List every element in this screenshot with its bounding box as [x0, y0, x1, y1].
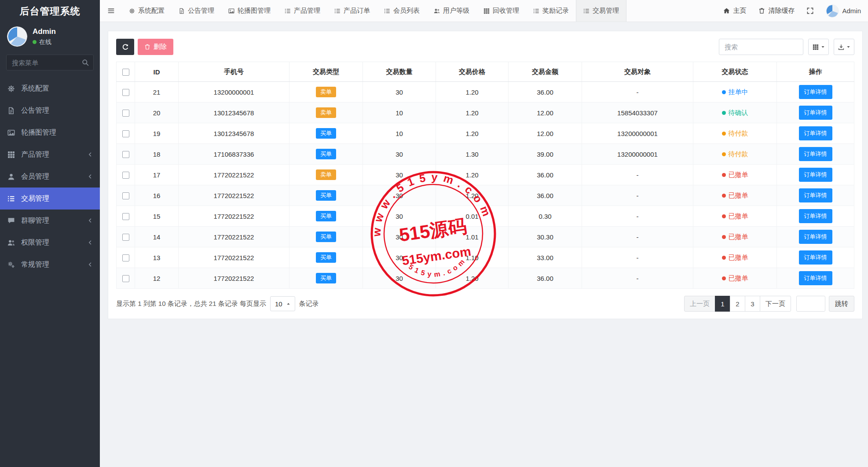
clear-cache-button[interactable]: 清除缓存 — [752, 0, 801, 22]
cell-phone: 17720221522 — [179, 268, 289, 289]
row-checkbox[interactable] — [122, 234, 129, 241]
select-all-checkbox[interactable] — [122, 69, 129, 76]
table-row: 1913012345678买单101.2012.0013200000001待付款… — [117, 123, 854, 144]
order-detail-button[interactable]: 订单详情 — [799, 271, 832, 285]
topbar-tab[interactable]: 公告管理 — [172, 0, 221, 22]
cell-type: 买单 — [289, 144, 363, 165]
cell-quantity: 30 — [363, 206, 436, 227]
sidebar-item[interactable]: 系统配置 — [0, 77, 100, 99]
grid-icon — [7, 151, 15, 158]
fullscreen-button[interactable] — [801, 0, 820, 22]
row-checkbox[interactable] — [122, 172, 129, 179]
fullscreen-icon — [807, 7, 813, 14]
topbar-tab[interactable]: 奖励记录 — [526, 0, 576, 22]
row-checkbox[interactable] — [122, 213, 129, 220]
topbar-tab[interactable]: 回收管理 — [476, 0, 526, 22]
order-detail-button[interactable]: 订单详情 — [799, 168, 832, 182]
cell-counterparty: - — [582, 185, 693, 206]
order-detail-button[interactable]: 订单详情 — [799, 209, 832, 223]
column-header[interactable]: 操作 — [777, 62, 854, 82]
topbar-tab[interactable]: 产品管理 — [278, 0, 327, 22]
page-size-dropdown[interactable]: 10 — [270, 296, 295, 311]
sidebar-item[interactable]: 公告管理 — [0, 99, 100, 121]
sidebar-item[interactable]: 权限管理 — [0, 232, 100, 254]
row-checkbox[interactable] — [122, 275, 129, 282]
menu-search-input[interactable] — [6, 55, 94, 70]
sidebar-item[interactable]: 交易管理 — [0, 188, 100, 210]
topbar-tab[interactable]: 会员列表 — [377, 0, 427, 22]
table-row: 1517720221522买单300.010.30-已撤单订单详情 — [117, 206, 854, 227]
order-detail-button[interactable]: 订单详情 — [799, 250, 832, 265]
status-dot-icon — [722, 152, 726, 156]
pagination-next[interactable]: 下一页 — [760, 296, 791, 312]
cell-phone: 17720221522 — [179, 227, 289, 247]
table-search-input[interactable] — [719, 39, 803, 55]
order-detail-button[interactable]: 订单详情 — [799, 106, 832, 120]
sidebar-item[interactable]: 产品管理 — [0, 143, 100, 165]
row-checkbox[interactable] — [122, 192, 129, 199]
page-jump-button[interactable]: 跳转 — [829, 296, 854, 312]
order-detail-button[interactable]: 订单详情 — [799, 147, 832, 161]
trash-icon — [758, 7, 765, 14]
column-header[interactable]: 交易数量 — [363, 62, 436, 82]
cell-id: 16 — [135, 185, 179, 206]
cell-checkbox — [117, 206, 135, 227]
column-header[interactable]: 交易金额 — [509, 62, 582, 82]
order-detail-button[interactable]: 订单详情 — [799, 230, 832, 244]
column-header[interactable]: 交易对象 — [582, 62, 693, 82]
sidebar-item[interactable]: 会员管理 — [0, 165, 100, 188]
refresh-button[interactable] — [116, 39, 134, 55]
pagination-prev[interactable]: 上一页 — [684, 296, 715, 312]
trade-type-badge: 买单 — [316, 232, 336, 242]
delete-button[interactable]: 删除 — [138, 39, 173, 55]
cell-checkbox — [117, 247, 135, 268]
column-header[interactable]: ID — [135, 62, 179, 82]
column-header[interactable]: 交易状态 — [693, 62, 777, 82]
sidebar-item[interactable]: 常规管理 — [0, 254, 100, 276]
order-detail-button[interactable]: 订单详情 — [799, 85, 832, 99]
page-jump-input[interactable] — [796, 296, 825, 312]
status-dot-icon — [722, 111, 726, 115]
order-detail-button[interactable]: 订单详情 — [799, 126, 832, 140]
topbar-tab[interactable]: 用户等级 — [427, 0, 476, 22]
hamburger-menu-icon[interactable] — [100, 0, 122, 22]
cell-type: 卖单 — [289, 82, 363, 103]
order-detail-button[interactable]: 订单详情 — [799, 188, 832, 202]
caret-down-icon — [846, 45, 850, 49]
sidebar-item[interactable]: 轮播图管理 — [0, 121, 100, 143]
topbar-tab-label: 产品管理 — [294, 7, 320, 15]
home-link[interactable]: 主页 — [717, 0, 752, 22]
user-panel: Admin 在线 — [0, 23, 100, 51]
export-dropdown-button[interactable] — [834, 39, 854, 55]
columns-dropdown-button[interactable] — [808, 39, 829, 55]
column-header[interactable]: 交易价格 — [436, 62, 509, 82]
image-icon — [228, 8, 234, 14]
row-checkbox[interactable] — [122, 89, 129, 96]
pagination-page[interactable]: 2 — [730, 296, 745, 312]
column-header[interactable]: 交易类型 — [289, 62, 363, 82]
topbar-tab[interactable]: 产品订单 — [327, 0, 377, 22]
row-checkbox[interactable] — [122, 254, 129, 261]
cell-amount: 36.00 — [509, 185, 582, 206]
admin-profile[interactable]: Admin — [820, 0, 867, 22]
pagination-page[interactable]: 3 — [745, 296, 760, 312]
cell-id: 21 — [135, 82, 179, 103]
cell-quantity: 30 — [363, 247, 436, 268]
cell-type: 卖单 — [289, 165, 363, 185]
user-avatar — [7, 26, 27, 47]
pagination-page[interactable]: 1 — [715, 296, 730, 312]
cell-phone: 13012345678 — [179, 103, 289, 123]
list-icon — [384, 8, 390, 14]
sidebar-item[interactable]: 群聊管理 — [0, 210, 100, 232]
table-row: 1317720221522买单301.1033.00-已撤单订单详情 — [117, 247, 854, 268]
topbar-tab-label: 用户等级 — [443, 7, 469, 15]
row-checkbox[interactable] — [122, 151, 129, 158]
row-checkbox[interactable] — [122, 110, 129, 117]
column-header[interactable]: 手机号 — [179, 62, 289, 82]
row-checkbox[interactable] — [122, 130, 129, 137]
sidebar-item-label: 群聊管理 — [21, 216, 88, 225]
cell-action: 订单详情 — [777, 227, 854, 247]
topbar-tab[interactable]: 交易管理 — [576, 0, 626, 22]
topbar-tab[interactable]: 轮播图管理 — [221, 0, 278, 22]
topbar-tab[interactable]: 系统配置 — [122, 0, 172, 22]
